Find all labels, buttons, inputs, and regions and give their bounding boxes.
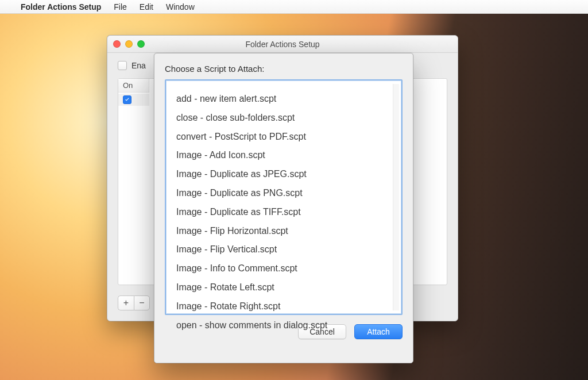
on-column-header: On (118, 79, 149, 93)
menu-file[interactable]: File (114, 2, 127, 11)
minimize-window-icon[interactable] (125, 40, 133, 48)
menu-window[interactable]: Window (166, 2, 195, 11)
window-title: Folder Actions Setup (107, 40, 458, 49)
app-menu[interactable]: Folder Actions Setup (21, 2, 101, 11)
desktop-background: Folder Actions Setup File Edit Window Fo… (0, 0, 588, 380)
script-item[interactable]: Image - Rotate Right.scpt (175, 297, 392, 316)
script-item[interactable]: Image - Info to Comment.scpt (175, 259, 392, 278)
script-item[interactable]: Image - Flip Horizontal.scpt (175, 222, 392, 241)
script-item[interactable]: Image - Rotate Left.scpt (175, 278, 392, 297)
script-item[interactable]: Image - Duplicate as TIFF.scpt (175, 203, 392, 222)
choose-script-sheet: Choose a Script to Attach: add - new ite… (154, 53, 413, 363)
enable-folder-actions-label: Ena (131, 61, 146, 70)
script-item[interactable]: open - show comments in dialog.scpt (175, 316, 392, 335)
script-item[interactable]: Image - Add Icon.scpt (175, 146, 392, 165)
sheet-title: Choose a Script to Attach: (165, 64, 403, 74)
script-list[interactable]: add - new item alert.scptclose - close s… (166, 89, 401, 336)
folder-row-on-cell[interactable] (118, 94, 149, 106)
script-item[interactable]: add - new item alert.scpt (175, 90, 392, 109)
remove-folder-button[interactable]: − (134, 295, 150, 310)
add-folder-button[interactable]: + (118, 295, 134, 310)
script-item[interactable]: Image - Flip Vertical.scpt (175, 240, 392, 259)
zoom-window-icon[interactable] (137, 40, 145, 48)
traffic-lights (113, 40, 145, 48)
menubar: Folder Actions Setup File Edit Window (0, 0, 588, 14)
script-list-container: add - new item alert.scptclose - close s… (165, 79, 403, 315)
add-remove-toolbar: + − (118, 295, 150, 310)
script-item[interactable]: Image - Duplicate as PNG.scpt (175, 184, 392, 203)
checked-icon (123, 95, 131, 104)
script-item[interactable]: Image - Duplicate as JPEG.scpt (175, 165, 392, 184)
script-item[interactable]: convert - PostScript to PDF.scpt (175, 128, 392, 147)
close-window-icon[interactable] (113, 40, 121, 48)
menu-edit[interactable]: Edit (140, 2, 153, 11)
script-item[interactable]: close - close sub-folders.scpt (175, 109, 392, 128)
enable-folder-actions-checkbox[interactable] (118, 61, 127, 70)
window-titlebar: Folder Actions Setup (107, 36, 458, 53)
